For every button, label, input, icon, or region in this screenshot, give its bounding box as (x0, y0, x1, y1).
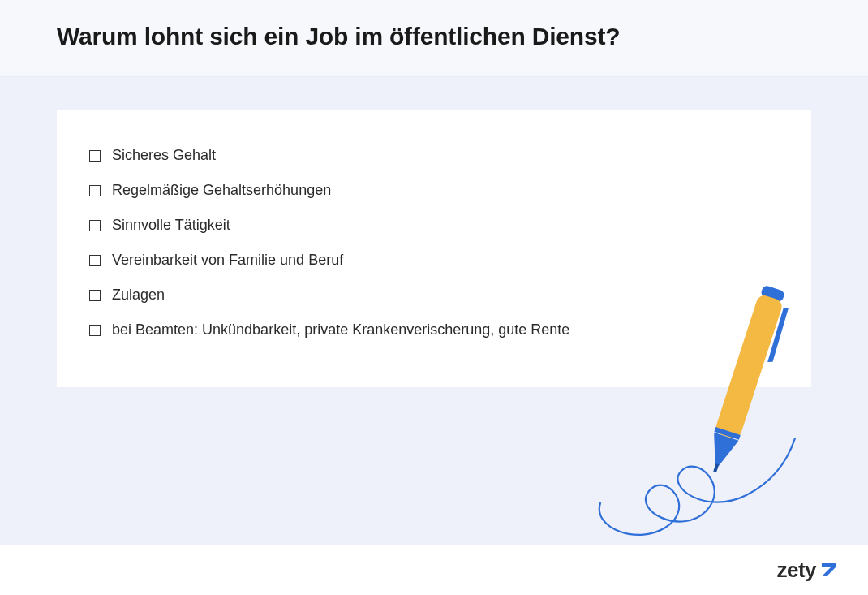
checklist-card: Sicheres Gehalt Regelmäßige Gehaltserhöh… (57, 110, 811, 387)
list-item-label: Sinnvolle Tätigkeit (112, 217, 230, 234)
brand-logo: zety (776, 558, 839, 583)
header: Warum lohnt sich ein Job im öffentlichen… (0, 0, 868, 77)
footer: zety (0, 545, 868, 595)
brand-name: zety (776, 558, 816, 583)
list-item-label: Sicheres Gehalt (112, 147, 216, 164)
checkbox-icon (89, 150, 101, 162)
list-item: Sicheres Gehalt (89, 147, 779, 164)
checkbox-icon (89, 290, 101, 301)
list-item-label: Regelmäßige Gehaltserhöhungen (112, 182, 331, 199)
list-item-label: Zulagen (112, 287, 165, 304)
checkbox-icon (89, 220, 101, 231)
checkbox-icon (89, 185, 101, 196)
list-item-label: Vereinbarkeit von Familie und Beruf (112, 252, 343, 269)
checkbox-icon (89, 325, 101, 336)
squiggle-decoration (544, 438, 819, 560)
svg-rect-2 (714, 427, 740, 440)
list-item: bei Beamten: Unkündbarkeit, private Kran… (89, 321, 779, 338)
list-item: Zulagen (89, 287, 779, 304)
brand-mark-icon (819, 560, 839, 580)
list-item: Regelmäßige Gehaltserhöhungen (89, 182, 779, 199)
svg-rect-3 (713, 463, 719, 472)
list-item: Sinnvolle Tätigkeit (89, 217, 779, 234)
list-item: Vereinbarkeit von Familie und Beruf (89, 252, 779, 269)
checkbox-icon (89, 255, 101, 266)
list-item-label: bei Beamten: Unkündbarkeit, private Kran… (112, 321, 569, 338)
page-title: Warum lohnt sich ein Job im öffentlichen… (57, 23, 811, 50)
